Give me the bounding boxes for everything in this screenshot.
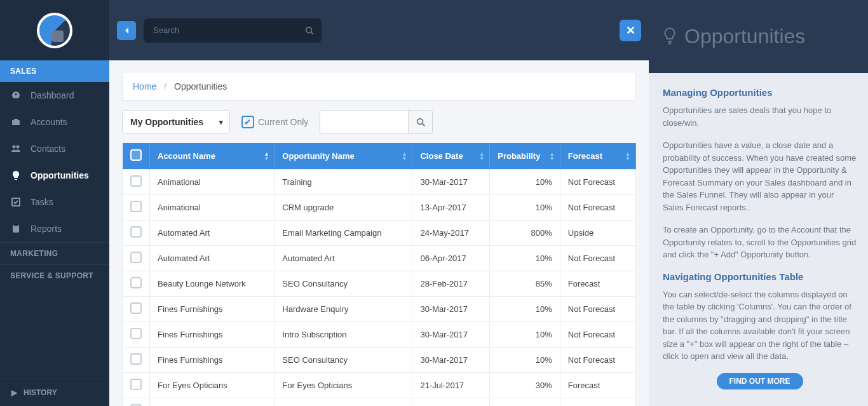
cell-opportunity: Pizza Pan: [275, 398, 412, 407]
nav-item-contacts[interactable]: Contacts: [0, 135, 109, 162]
row-select[interactable]: [123, 271, 150, 297]
svg-point-8: [417, 119, 423, 125]
col-probability[interactable]: Probability▲▼: [490, 143, 560, 170]
help-text: Opportunities have a value, a close date…: [663, 139, 857, 213]
cell-account: Animational: [150, 195, 275, 220]
nav-section-service[interactable]: SERVICE & SUPPORT: [0, 264, 109, 287]
check-square-icon: [10, 196, 22, 208]
svg-rect-0: [12, 120, 20, 125]
cell-forecast: Not Forecast: [560, 170, 635, 195]
nav-item-opportunities[interactable]: Opportunities: [0, 162, 109, 189]
cell-forecast: Forecast: [560, 271, 635, 297]
lightbulb-icon: [10, 170, 22, 181]
select-all-header[interactable]: [123, 143, 150, 170]
table-row[interactable]: Lunchtime DinersPizza Pan26-Apr-201750%F…: [123, 398, 636, 407]
close-icon: ✕: [626, 24, 635, 37]
find-out-more-button[interactable]: FIND OUT MORE: [717, 373, 803, 389]
cell-close: 30-Mar-2017: [412, 170, 490, 195]
cell-probability: 10%: [490, 297, 560, 322]
row-select[interactable]: [123, 398, 150, 407]
svg-rect-1: [14, 119, 18, 121]
filter-search-button[interactable]: [409, 110, 433, 134]
search-input[interactable]: [144, 18, 322, 43]
help-body[interactable]: Managing Opportunities Opportunities are…: [649, 73, 868, 406]
table-row[interactable]: Automated ArtEmail Marketing Campaign24-…: [123, 220, 636, 246]
row-select[interactable]: [123, 170, 150, 195]
opportunities-table: Account Name▲▼ Opportunity Name▲▼ Close …: [122, 143, 636, 406]
cell-close: 13-Apr-2017: [412, 195, 490, 220]
col-account[interactable]: Account Name▲▼: [150, 143, 275, 170]
table-row[interactable]: Fines FurnishingsSEO Consultancy30-Mar-2…: [123, 348, 636, 373]
nav-item-dashboard[interactable]: Dashboard: [0, 82, 109, 109]
lightbulb-icon: [661, 27, 678, 46]
row-select[interactable]: [123, 246, 150, 271]
cell-opportunity: Email Marketing Campaign: [275, 220, 412, 246]
help-text: To create an Opportunity, go to the Acco…: [663, 224, 857, 261]
svg-point-2: [13, 145, 16, 149]
cell-probability: 10%: [490, 246, 560, 271]
sidebar-collapse-button[interactable]: [117, 21, 136, 40]
table-row[interactable]: Automated ArtAutomated Art06-Apr-201710%…: [123, 246, 636, 271]
nav-label: Opportunities: [31, 170, 89, 180]
cell-forecast: Not Forecast: [560, 297, 635, 322]
row-select[interactable]: [123, 322, 150, 348]
checkbox-icon: [130, 302, 142, 314]
cell-close: 21-Jul-2017: [412, 373, 490, 398]
table-row[interactable]: Beauty Lounge NetworkSEO Consultancy28-F…: [123, 271, 636, 297]
nav-section-sales[interactable]: SALES: [0, 60, 109, 82]
table-row[interactable]: Fines FurnishingsHardware Enquiry30-Mar-…: [123, 297, 636, 322]
nav-item-tasks[interactable]: Tasks: [0, 189, 109, 215]
row-select[interactable]: [123, 348, 150, 373]
chevron-left-icon: [123, 27, 130, 34]
nav-history[interactable]: ▶ HISTORY: [0, 379, 109, 406]
table-row[interactable]: AnimationalTraining30-Mar-201710%Not For…: [123, 170, 636, 195]
nav-item-accounts[interactable]: Accounts: [0, 109, 109, 135]
row-select[interactable]: [123, 373, 150, 398]
help-text: You can select/de-select the columns dis…: [663, 288, 857, 363]
help-header: Opportunities: [649, 0, 868, 73]
cell-probability: 85%: [490, 271, 560, 297]
row-select[interactable]: [123, 195, 150, 220]
help-text: Opportunities are sales deals that you h…: [663, 104, 857, 129]
close-help-button[interactable]: ✕: [620, 20, 641, 41]
clipboard-icon: [10, 223, 22, 234]
col-opportunity[interactable]: Opportunity Name▲▼: [275, 143, 412, 170]
cell-account: Beauty Lounge Network: [150, 271, 275, 297]
breadcrumb-home[interactable]: Home: [133, 81, 156, 91]
col-close[interactable]: Close Date▲▼: [412, 143, 490, 170]
view-dropdown[interactable]: My Opportunities: [122, 110, 230, 134]
breadcrumb-current: Opportunities: [174, 81, 227, 91]
breadcrumb: Home / Opportunities: [122, 72, 636, 101]
help-panel: Opportunities Managing Opportunities Opp…: [649, 0, 868, 406]
checkbox-icon: [130, 252, 142, 263]
help-heading-1: Managing Opportunities: [663, 87, 857, 98]
logo-area: [0, 0, 109, 60]
cell-opportunity: Training: [275, 170, 412, 195]
row-select[interactable]: [123, 297, 150, 322]
app-logo[interactable]: [37, 13, 72, 48]
row-select[interactable]: [123, 220, 150, 246]
gauge-icon: [10, 90, 22, 101]
checkbox-icon: [130, 353, 142, 365]
checkbox-icon: [130, 149, 142, 161]
cell-close: 30-Mar-2017: [412, 297, 490, 322]
nav-item-reports[interactable]: Reports: [0, 215, 109, 242]
topbar: ✕: [109, 0, 649, 60]
cell-account: Lunchtime Diners: [150, 398, 275, 407]
current-only-checkbox[interactable]: ✔ Current Only: [241, 116, 308, 128]
checkbox-icon: [130, 175, 142, 187]
filter-text-input[interactable]: [320, 110, 409, 134]
breadcrumb-separator: /: [164, 81, 166, 91]
table-row[interactable]: For Eyes OpticiansFor Eyes Opticians21-J…: [123, 373, 636, 398]
cell-forecast: Not Forecast: [560, 322, 635, 348]
nav-section-marketing[interactable]: MARKETING: [0, 242, 109, 264]
view-dropdown-label: My Opportunities: [130, 117, 203, 127]
cell-account: Automated Art: [150, 246, 275, 271]
search-icon: [416, 118, 425, 126]
table-row[interactable]: Fines FurnishingsIntro Subscription30-Ma…: [123, 322, 636, 348]
svg-rect-6: [14, 224, 18, 226]
cell-probability: 30%: [490, 373, 560, 398]
col-forecast[interactable]: Forecast▲▼: [560, 143, 635, 170]
cell-probability: 10%: [490, 348, 560, 373]
table-row[interactable]: AnimationalCRM upgrade13-Apr-201710%Not …: [123, 195, 636, 220]
